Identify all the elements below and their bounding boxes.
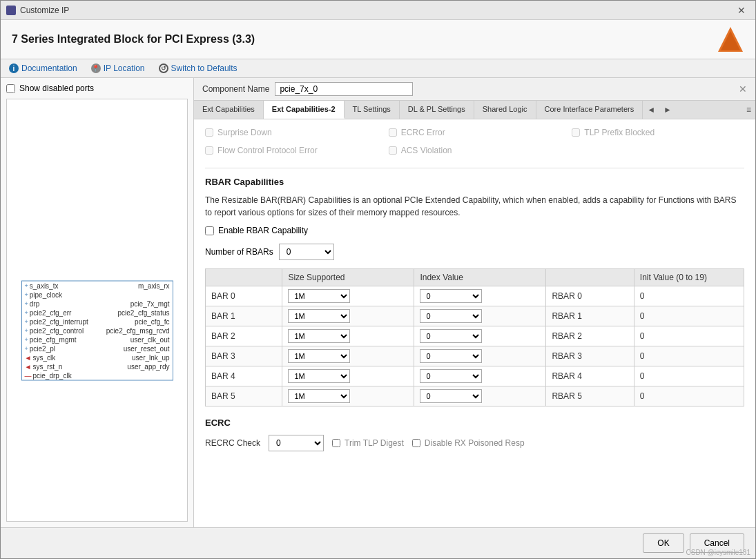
size-select[interactable]: 1M <box>288 329 350 343</box>
acs-violation-label: ACS Violation <box>401 146 452 155</box>
port-row: +pcie2_pl user_reset_out <box>22 344 173 353</box>
main-content: Show disabled ports +s_axis_tx m_axis_rx… <box>1 78 755 527</box>
close-button[interactable]: ✕ <box>733 3 750 17</box>
tlp-prefix-blocked-checkbox[interactable] <box>572 128 580 137</box>
ip-location-link[interactable]: 📍 IP Location <box>91 63 145 73</box>
ecrc-section-title: ECRC <box>205 418 744 429</box>
init-cell: 0 <box>634 346 744 366</box>
tab-shared-logic[interactable]: Shared Logic <box>474 101 536 119</box>
trim-tlp-row: Trim TLP Digest <box>332 438 404 448</box>
num-rbars-label: Number of RBARs <box>205 247 273 257</box>
num-rbars-select[interactable]: 0 1 2 3 4 5 6 <box>279 244 334 260</box>
checkbox-flow-control: Flow Control Protocol Error <box>205 146 378 155</box>
watermark: CSDN @icysmile131 <box>686 549 750 556</box>
diagram-box: +s_axis_tx m_axis_rx +pipe_clock +drp pc… <box>21 280 173 380</box>
left-panel: Show disabled ports +s_axis_tx m_axis_rx… <box>1 78 194 527</box>
tab-ext-capabilities-2[interactable]: Ext Capabilities-2 <box>264 101 345 119</box>
index-select[interactable]: 0 <box>420 369 482 383</box>
title-bar: Customize IP ✕ <box>1 1 755 20</box>
port-row: +pcie2_cfg_err pcie2_cfg_status <box>22 308 173 317</box>
diagram-inner: +s_axis_tx m_axis_rx +pipe_clock +drp pc… <box>21 280 173 380</box>
disable-rx-label: Disable RX Poisoned Resp <box>425 438 525 448</box>
app-icon <box>6 6 16 15</box>
rbar-description: The Resizable BAR(RBAR) Capabilities is … <box>205 194 744 219</box>
disable-rx-checkbox[interactable] <box>412 439 420 447</box>
switch-to-defaults-label: Switch to Defaults <box>171 63 238 73</box>
size-cell: 1M <box>282 306 414 326</box>
recrc-check-label: RECRC Check <box>205 438 260 448</box>
index-select[interactable]: 0 <box>420 309 482 323</box>
component-name-input[interactable]: pcie_7x_0 <box>275 82 413 96</box>
size-select[interactable]: 1M <box>288 389 350 403</box>
checkboxes-grid: Surprise Down ECRC Error TLP Prefix Bloc… <box>205 128 744 159</box>
component-name-close-button[interactable]: ✕ <box>739 84 747 95</box>
ecrc-section: ECRC RECRC Check 0 1 2 Trim TLP Digest <box>205 418 744 451</box>
surprise-down-checkbox[interactable] <box>205 128 213 137</box>
init-cell: 0 <box>634 306 744 326</box>
title-bar-left: Customize IP <box>6 6 69 15</box>
table-row: BAR 2 1M 0 RBAR 2 0 <box>206 326 744 346</box>
bar-name-cell: BAR 0 <box>206 286 282 306</box>
trim-tlp-checkbox[interactable] <box>332 439 340 447</box>
ecrc-error-checkbox[interactable] <box>389 128 397 137</box>
port-row: +pipe_clock <box>22 290 173 299</box>
component-diagram: +s_axis_tx m_axis_rx +pipe_clock +drp pc… <box>6 99 188 522</box>
col-size-supported: Size Supported <box>282 269 414 286</box>
index-cell: 0 <box>414 386 546 406</box>
init-cell: 0 <box>634 366 744 386</box>
checkbox-ecrc-error: ECRC Error <box>389 128 561 137</box>
show-disabled-ports-row: Show disabled ports <box>6 84 188 93</box>
tab-core-interface-parameters[interactable]: Core Interface Parameters <box>536 101 643 119</box>
port-row: +pcie_cfg_mgmt user_clk_out <box>22 335 173 344</box>
disable-rx-row: Disable RX Poisoned Resp <box>412 438 525 448</box>
rbar-name-cell: RBAR 1 <box>546 306 634 326</box>
tab-tl-settings[interactable]: TL Settings <box>345 101 400 119</box>
tabs-bar: Ext Capabilities Ext Capabilities-2 TL S… <box>194 101 755 119</box>
index-select[interactable]: 0 <box>420 329 482 343</box>
port-row: ◄sys_clk user_lnk_up <box>22 353 173 362</box>
size-select[interactable]: 1M <box>288 309 350 323</box>
rbar-name-cell: RBAR 3 <box>546 346 634 366</box>
show-disabled-checkbox[interactable] <box>6 84 15 93</box>
info-icon: i <box>9 63 19 73</box>
index-cell: 0 <box>414 326 546 346</box>
index-select[interactable]: 0 <box>420 349 482 363</box>
size-cell: 1M <box>282 366 414 386</box>
size-select[interactable]: 1M <box>288 289 350 303</box>
size-select[interactable]: 1M <box>288 369 350 383</box>
table-row: BAR 5 1M 0 RBAR 5 0 <box>206 386 744 406</box>
documentation-label: Documentation <box>21 63 77 73</box>
init-cell: 0 <box>634 326 744 346</box>
rbar-name-cell: RBAR 2 <box>546 326 634 346</box>
index-cell: 0 <box>414 366 546 386</box>
window-title: Customize IP <box>20 6 69 15</box>
ecrc-row: RECRC Check 0 1 2 Trim TLP Digest D <box>205 435 744 451</box>
bar-name-cell: BAR 1 <box>206 306 282 326</box>
footer: OK Cancel <box>1 527 755 558</box>
enable-rbar-checkbox[interactable] <box>205 226 214 235</box>
recrc-check-select[interactable]: 0 1 2 <box>269 435 324 451</box>
index-select[interactable]: 0 <box>420 389 482 403</box>
checkbox-acs-violation: ACS Violation <box>389 146 561 155</box>
tab-prev-button[interactable]: ◄ <box>643 101 659 119</box>
acs-violation-checkbox[interactable] <box>389 146 397 155</box>
documentation-link[interactable]: i Documentation <box>9 63 77 73</box>
table-row: BAR 1 1M 0 RBAR 1 0 <box>206 306 744 326</box>
trim-tlp-label: Trim TLP Digest <box>345 438 404 448</box>
switch-to-defaults-link[interactable]: ↺ Switch to Defaults <box>159 63 238 73</box>
size-select[interactable]: 1M <box>288 349 350 363</box>
checkbox-tlp-prefix-blocked: TLP Prefix Blocked <box>572 128 744 137</box>
port-row: +s_axis_tx m_axis_rx <box>22 281 173 290</box>
bar-name-cell: BAR 2 <box>206 326 282 346</box>
col-bar <box>206 269 282 286</box>
app-header: 7 Series Integrated Block for PCI Expres… <box>1 20 755 59</box>
tab-menu-button[interactable]: ≡ <box>742 101 755 119</box>
tab-next-button[interactable]: ► <box>659 101 676 119</box>
tab-dl-pl-settings[interactable]: DL & PL Settings <box>400 101 474 119</box>
tab-ext-capabilities[interactable]: Ext Capabilities <box>194 101 264 119</box>
size-cell: 1M <box>282 346 414 366</box>
port-row: +pcie2_cfg_interrupt pcie_cfg_fc <box>22 317 173 326</box>
index-select[interactable]: 0 <box>420 289 482 303</box>
ok-button[interactable]: OK <box>643 533 684 553</box>
flow-control-checkbox[interactable] <box>205 146 213 155</box>
